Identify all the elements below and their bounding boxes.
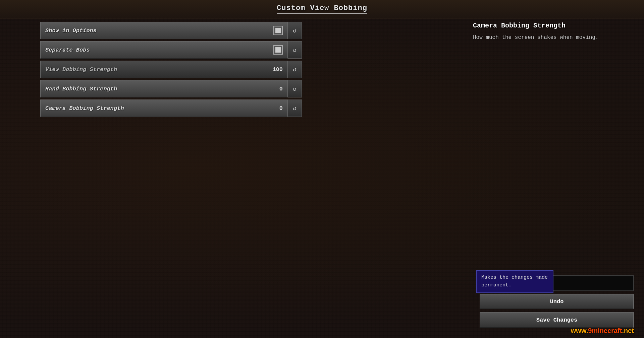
show-in-options-checkbox[interactable] — [273, 26, 283, 35]
show-in-options-reset[interactable]: ↺ — [288, 22, 302, 39]
setting-row-hand-bobbing: Hand Bobbing Strength 0 ↺ — [40, 80, 302, 97]
setting-row-show-in-options: Show in Options ↺ — [40, 22, 302, 39]
watermark: www.9minecraft.net — [571, 327, 634, 335]
hand-bobbing-label: Hand Bobbing Strength — [45, 86, 117, 92]
view-bobbing-label: View Bobbing Strength — [45, 66, 117, 73]
watermark-text: www.9minecraft.net — [571, 327, 634, 334]
separate-bobs-label: Separate Bobs — [45, 47, 90, 53]
camera-bobbing-value: 0 — [279, 105, 283, 112]
bottom-controls: Makes the changes made permanent. Undo S… — [480, 275, 634, 328]
setting-row-view-bobbing: View Bobbing Strength 100 ↺ — [40, 61, 302, 78]
settings-area: Show in Options ↺ Separate Bobs ↺ View B… — [40, 22, 302, 119]
view-bobbing-value: 100 — [272, 66, 283, 73]
right-panel: Camera Bobbing Strength How much the scr… — [473, 22, 634, 42]
page-title: Custom View Bobbing — [277, 4, 367, 14]
show-in-options-label: Show in Options — [45, 27, 97, 34]
hand-bobbing-value: 0 — [279, 86, 283, 92]
hand-bobbing-button[interactable]: Hand Bobbing Strength 0 — [40, 80, 288, 97]
page-container: Custom View Bobbing Show in Options ↺ Se… — [0, 0, 644, 338]
separate-bobs-button[interactable]: Separate Bobs — [40, 41, 288, 59]
show-in-options-button[interactable]: Show in Options — [40, 22, 288, 39]
save-button-label: Save Changes — [536, 317, 577, 323]
save-tooltip-text: Makes the changes made permanent. — [481, 275, 548, 288]
title-bar: Custom View Bobbing — [0, 0, 644, 18]
info-description: How much the screen shakes when moving. — [473, 33, 634, 42]
separate-bobs-reset[interactable]: ↺ — [288, 41, 302, 59]
view-bobbing-reset[interactable]: ↺ — [288, 61, 302, 78]
action-buttons: Undo — [480, 294, 634, 309]
separate-bobs-checkbox[interactable] — [273, 45, 283, 55]
view-bobbing-button[interactable]: View Bobbing Strength 100 — [40, 61, 288, 78]
save-button[interactable]: Save Changes — [480, 312, 634, 328]
setting-row-separate-bobs: Separate Bobs ↺ — [40, 41, 302, 59]
setting-row-camera-bobbing: Camera Bobbing Strength 0 ↺ — [40, 99, 302, 117]
camera-bobbing-label: Camera Bobbing Strength — [45, 105, 124, 112]
undo-button[interactable]: Undo — [480, 294, 634, 309]
camera-bobbing-button[interactable]: Camera Bobbing Strength 0 — [40, 99, 288, 117]
info-title: Camera Bobbing Strength — [473, 22, 634, 29]
save-tooltip: Makes the changes made permanent. — [476, 270, 553, 293]
hand-bobbing-reset[interactable]: ↺ — [288, 80, 302, 97]
camera-bobbing-reset[interactable]: ↺ — [288, 99, 302, 117]
